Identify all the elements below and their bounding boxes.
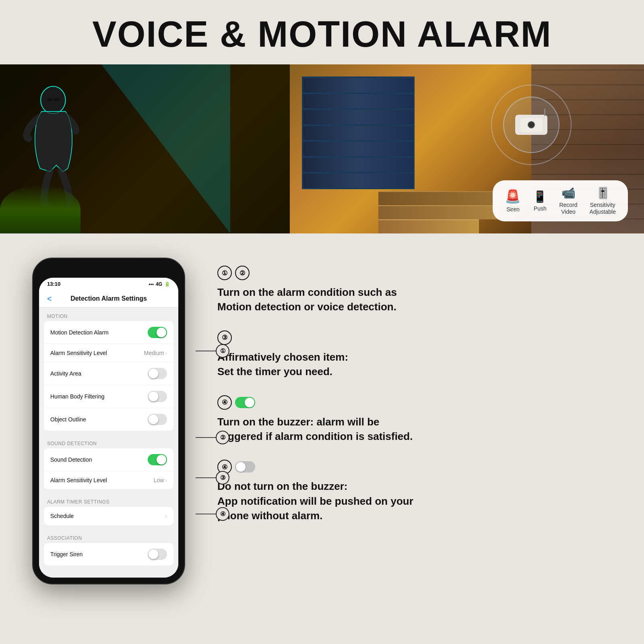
callout-number-2: ② bbox=[216, 431, 229, 444]
push-label: Push bbox=[534, 205, 547, 212]
trigger-siren-row: Trigger Siren bbox=[44, 543, 173, 566]
network-icon: 4G bbox=[156, 281, 162, 287]
phone-header: < Detection Alarm Settings bbox=[39, 290, 178, 308]
alarm-sensitivity-motion-value[interactable]: Medium › bbox=[144, 350, 167, 356]
camera-ring-inner bbox=[503, 97, 559, 153]
phone-content: Motion Motion Detection Alarm Alarm Sens… bbox=[39, 308, 178, 578]
phone-notch bbox=[80, 264, 137, 276]
signal-icon: ▪▪▪ bbox=[149, 281, 154, 287]
svg-rect-2 bbox=[54, 99, 59, 101]
camera-device bbox=[515, 115, 547, 135]
trigger-siren-toggle[interactable] bbox=[148, 549, 167, 560]
instruction-nums-4-on: ④ bbox=[217, 395, 612, 410]
instruction-text-4-on: Turn on the buzzer: alarm will betrigger… bbox=[217, 415, 612, 444]
feature-icons-panel: 🚨 Siren 📱 Push 📹 RecordVideo 🎚️ Sensitiv… bbox=[493, 180, 628, 221]
section-label-timer: Alarm Timer Settings bbox=[39, 493, 178, 507]
schedule-label: Schedule bbox=[50, 513, 74, 519]
phone-screen: 13:10 ▪▪▪ 4G 🔋 < Detection Alarm Setting… bbox=[39, 278, 178, 578]
instruction-num-3: ③ bbox=[217, 330, 232, 345]
activity-area-label: Activity Area bbox=[50, 370, 81, 377]
sensitivity-feature: 🎚️ SensitivityAdjustable bbox=[590, 186, 616, 215]
camera-ring-outer bbox=[491, 85, 572, 165]
object-outline-toggle[interactable] bbox=[148, 414, 167, 425]
instruction-block-3: ③ Affirmatively chosen item:Set the time… bbox=[217, 330, 612, 379]
object-outline-label: Object Outline bbox=[50, 416, 86, 423]
human-body-filtering-toggle[interactable] bbox=[148, 391, 167, 402]
siren-feature: 🚨 Siren bbox=[505, 189, 521, 213]
schedule-row[interactable]: Schedule › bbox=[44, 507, 173, 525]
motion-detection-row: Motion Detection Alarm bbox=[44, 321, 173, 344]
instruction-text-4-off: Do not turn on the buzzer:App notificati… bbox=[217, 479, 612, 523]
object-outline-row: Object Outline bbox=[44, 408, 173, 431]
title-section: VOICE & MOTION ALARM bbox=[0, 0, 644, 64]
toggle-thumb bbox=[149, 549, 158, 559]
siren-icon: 🚨 bbox=[505, 189, 521, 204]
instruction-text-3: Affirmatively chosen item:Set the timer … bbox=[217, 350, 612, 379]
toggle-thumb bbox=[157, 455, 166, 464]
instruction-num-2: ② bbox=[235, 266, 250, 280]
right-instructions: ① ② Turn on the alarm condition such asM… bbox=[217, 258, 612, 539]
record-icon: 📹 bbox=[561, 186, 576, 200]
callout-line bbox=[196, 351, 216, 351]
callout-line bbox=[196, 514, 216, 514]
callout-line bbox=[196, 437, 216, 438]
alarm-sensitivity-sound-label: Alarm Sensitivity Level bbox=[50, 477, 107, 483]
instruction-num-1: ① bbox=[217, 266, 232, 280]
instruction-num-4-on: ④ bbox=[217, 395, 232, 410]
toggle-thumb bbox=[149, 415, 158, 424]
battery-icon: 🔋 bbox=[164, 281, 170, 287]
instruction-block-4-on: ④ Turn on the buzzer: alarm will betrigg… bbox=[217, 395, 612, 444]
sound-detection-label: Sound Detection bbox=[50, 456, 92, 463]
section-label-motion: Motion bbox=[39, 308, 178, 321]
section-label-sound: Sound Detection bbox=[39, 435, 178, 448]
phone-wrapper: 13:10 ▪▪▪ 4G 🔋 < Detection Alarm Setting… bbox=[32, 258, 185, 584]
bottom-section: 13:10 ▪▪▪ 4G 🔋 < Detection Alarm Setting… bbox=[0, 233, 644, 609]
garage-door bbox=[302, 76, 415, 189]
sound-detection-row: Sound Detection bbox=[44, 448, 173, 471]
siren-label: Siren bbox=[506, 206, 520, 213]
camera-lens bbox=[528, 121, 535, 128]
human-body-filtering-label: Human Body Filtering bbox=[50, 393, 105, 400]
camera-area bbox=[491, 85, 572, 165]
callout-number-3: ③ bbox=[216, 471, 229, 485]
callout-3: ③ bbox=[196, 471, 229, 485]
toggle-thumb bbox=[149, 392, 158, 401]
callout-line bbox=[196, 477, 216, 478]
alarm-sensitivity-sound-row: Alarm Sensitivity Level Low › bbox=[44, 471, 173, 489]
chevron-icon: › bbox=[165, 350, 167, 356]
app-push-icon: 📱 bbox=[533, 190, 547, 203]
toggle-inline-off bbox=[235, 461, 255, 473]
alarm-sensitivity-sound-value[interactable]: Low › bbox=[154, 477, 167, 483]
instruction-block-4-off: ④ Do not turn on the buzzer:App notifica… bbox=[217, 460, 612, 523]
trigger-siren-label: Trigger Siren bbox=[50, 551, 83, 557]
status-time: 13:10 bbox=[47, 281, 60, 287]
hero-right-panel: 🚨 Siren 📱 Push 📹 RecordVideo 🎚️ Sensitiv… bbox=[290, 64, 644, 233]
timer-settings-group: Schedule › bbox=[44, 507, 173, 525]
toggle-inline-thumb bbox=[236, 462, 246, 472]
phone-status-bar: 13:10 ▪▪▪ 4G 🔋 bbox=[39, 278, 178, 290]
motion-detection-label: Motion Detection Alarm bbox=[50, 329, 109, 336]
sound-detection-toggle[interactable] bbox=[148, 454, 167, 465]
status-icons: ▪▪▪ 4G 🔋 bbox=[149, 281, 170, 287]
activity-area-toggle[interactable] bbox=[148, 368, 167, 379]
page-title: VOICE & MOTION ALARM bbox=[24, 16, 620, 52]
back-button[interactable]: < bbox=[47, 294, 52, 303]
section-label-association: Association bbox=[39, 529, 178, 543]
instruction-nums-1-2: ① ② bbox=[217, 266, 612, 280]
record-feature: 📹 RecordVideo bbox=[559, 186, 577, 215]
sensitivity-label: SensitivityAdjustable bbox=[590, 202, 616, 215]
motion-detection-toggle[interactable] bbox=[148, 327, 167, 338]
callout-number-1: ① bbox=[216, 344, 229, 358]
callout-2: ② bbox=[196, 431, 229, 444]
callout-1: ① bbox=[196, 344, 229, 358]
alarm-sensitivity-motion-row: Alarm Sensitivity Level Medium › bbox=[44, 344, 173, 362]
record-label: RecordVideo bbox=[559, 202, 577, 215]
toggle-thumb bbox=[149, 369, 158, 378]
sound-settings-group: Sound Detection Alarm Sensitivity Level … bbox=[44, 448, 173, 489]
plants-decoration bbox=[0, 185, 80, 233]
callout-number-4: ④ bbox=[216, 507, 229, 521]
association-settings-group: Trigger Siren bbox=[44, 543, 173, 566]
toggle-inline-on bbox=[235, 397, 255, 408]
activity-area-row: Activity Area bbox=[44, 362, 173, 385]
phone-container: 13:10 ▪▪▪ 4G 🔋 < Detection Alarm Setting… bbox=[32, 258, 185, 584]
